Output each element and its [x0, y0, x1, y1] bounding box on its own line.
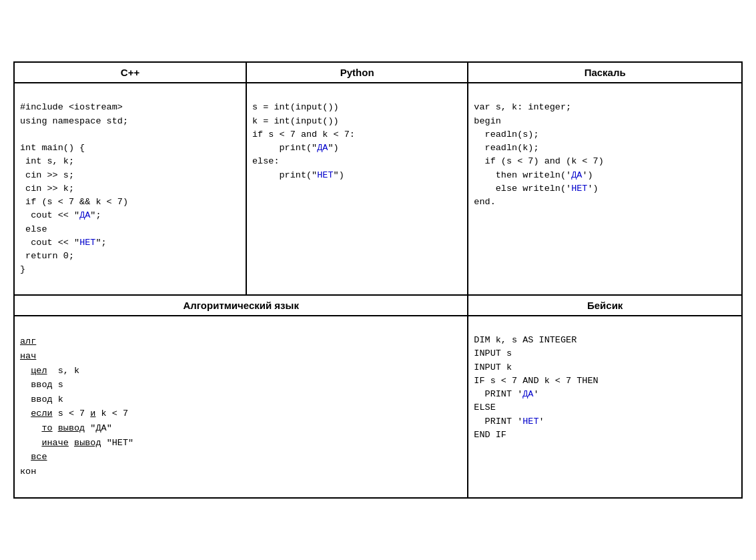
- cpp-code-text: #include <iostream> using namespace std;…: [20, 102, 128, 274]
- algo-code: алг нач цел s, k ввод s ввод k если s < …: [14, 316, 468, 498]
- header-algo: Алгоритмический язык: [14, 295, 468, 316]
- header-basic: Бейсик: [468, 295, 742, 316]
- cpp-code: #include <iostream> using namespace std;…: [14, 83, 246, 295]
- pascal-code-text: var s, k: integer; begin readln(s); read…: [474, 102, 603, 207]
- python-code: s = int(input()) k = int(input()) if s <…: [246, 83, 468, 295]
- comparison-table: C++ Python Паскаль #include <iostream> u…: [13, 61, 743, 499]
- header-cpp: C++: [14, 62, 246, 83]
- header-python: Python: [246, 62, 468, 83]
- header-pascal: Паскаль: [468, 62, 742, 83]
- algo-code-text: алг нач цел s, k ввод s ввод k если s < …: [20, 336, 133, 476]
- basic-code-text: DIM k, s AS INTEGER INPUT s INPUT k IF s…: [474, 335, 598, 440]
- python-code-text: s = int(input()) k = int(input()) if s <…: [252, 102, 355, 180]
- pascal-code: var s, k: integer; begin readln(s); read…: [468, 83, 742, 295]
- basic-code: DIM k, s AS INTEGER INPUT s INPUT k IF s…: [468, 316, 742, 498]
